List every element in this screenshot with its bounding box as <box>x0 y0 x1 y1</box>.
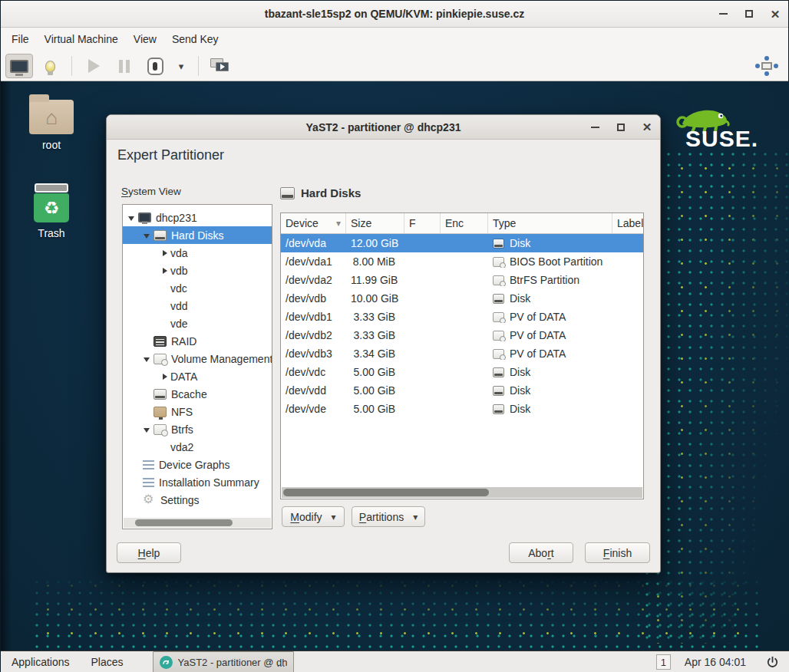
expander-closed-icon[interactable] <box>160 371 170 382</box>
tree-item-hard-disks[interactable]: Hard Disks <box>123 226 272 244</box>
disk-icon <box>154 230 167 241</box>
partition-icon <box>493 312 504 322</box>
shutdown-button[interactable] <box>141 54 169 78</box>
resize-to-vm-button[interactable] <box>753 54 781 78</box>
maximize-button[interactable] <box>608 115 634 139</box>
tree-item-installation-summary[interactable]: Installation Summary <box>123 473 272 491</box>
expander-open-icon[interactable] <box>143 424 154 435</box>
tree-item-label: DATA <box>170 371 197 383</box>
column-header-f[interactable]: F <box>404 213 441 233</box>
applications-menu[interactable]: Applications <box>1 651 81 672</box>
table-row[interactable]: /dev/vdd 5.00 GiB Disk <box>281 381 643 400</box>
scrollbar-thumb[interactable] <box>135 519 233 526</box>
expander-open-icon[interactable] <box>127 212 138 223</box>
scrollbar-thumb[interactable] <box>283 489 489 496</box>
cell-size: 5.00 GiB <box>346 384 404 397</box>
taskbar-window-button[interactable]: YaST2 - partitioner @ dhcp231 ... <box>153 651 294 672</box>
tree-item-vde[interactable]: vde <box>123 315 272 332</box>
help-button[interactable]: Help <box>117 542 181 563</box>
modify-button[interactable]: Modify ▾ <box>282 506 345 527</box>
table-row[interactable]: /dev/vda1 8.00 MiB BIOS Boot Partition <box>281 252 643 271</box>
minimize-button[interactable] <box>582 115 608 139</box>
column-header-enc[interactable]: Enc <box>441 213 488 233</box>
shutdown-menu-button[interactable]: ▾ <box>172 54 190 78</box>
tree-item-label: Settings <box>160 494 200 506</box>
cell-device: /dev/vda <box>281 237 346 249</box>
column-header-device[interactable]: Device▾ <box>281 213 346 233</box>
partition-icon <box>493 349 504 359</box>
table-row[interactable]: /dev/vdb1 3.33 GiB PV of DATA <box>281 308 643 326</box>
expander-spacer <box>143 407 154 417</box>
graphical-console-button[interactable] <box>5 54 33 78</box>
tree-item-data[interactable]: DATA <box>123 367 272 385</box>
expander-open-icon[interactable] <box>143 230 154 241</box>
menu-file[interactable]: File <box>4 28 37 51</box>
vm-display: ⌂ root ♻ Trash SUSE. YaST2 <box>1 81 789 672</box>
desktop-icon-trash[interactable]: ♻ Trash <box>22 183 81 239</box>
tree-item-device-graphs[interactable]: Device Graphs <box>123 456 272 473</box>
minimize-icon <box>591 127 599 128</box>
desktop-icon-root[interactable]: ⌂ root <box>22 94 81 151</box>
table-row[interactable]: /dev/vde 5.00 GiB Disk <box>281 400 643 418</box>
tree-item-btrfs[interactable]: Btrfs <box>123 420 272 438</box>
tree-item-volume-management[interactable]: Volume Management <box>123 350 272 367</box>
power-button[interactable] <box>766 656 779 669</box>
column-header-label[interactable]: Label <box>612 213 643 233</box>
cell-type: Disk <box>488 403 612 415</box>
resize-icon <box>755 58 778 74</box>
menu-virtual-machine[interactable]: Virtual Machine <box>37 28 126 51</box>
displays-icon <box>210 58 230 74</box>
column-header-type[interactable]: Type <box>488 213 612 233</box>
displays-button[interactable] <box>206 54 234 78</box>
tree-item-dhcp231[interactable]: dhcp231 <box>123 209 272 226</box>
table-row[interactable]: /dev/vdb 10.00 GiB Disk <box>281 289 643 308</box>
viewer-toolbar: ▾ <box>1 51 788 81</box>
close-button[interactable]: ✕ <box>634 115 660 139</box>
trash-icon: ♻ <box>33 183 70 222</box>
horizontal-scrollbar <box>124 518 271 528</box>
toolbar-separator <box>198 56 199 76</box>
tree-item-vdc[interactable]: vdc <box>123 279 272 297</box>
tree-item-vdd[interactable]: vdd <box>123 297 272 315</box>
minimize-button[interactable] <box>710 1 736 27</box>
expander-spacer <box>160 318 170 329</box>
yast-titlebar[interactable]: YaST2 - partitioner @ dhcp231 ✕ <box>107 115 660 140</box>
tree-item-vda2[interactable]: vda2 <box>123 438 272 456</box>
run-button[interactable] <box>80 54 107 78</box>
expander-closed-icon[interactable] <box>160 248 170 259</box>
workspace-indicator[interactable]: 1 <box>656 654 671 670</box>
menu-send-key[interactable]: Send Key <box>164 28 226 51</box>
places-menu[interactable]: Places <box>81 651 134 672</box>
table-row[interactable]: /dev/vda 12.00 GiB Disk <box>281 234 643 252</box>
cell-type: Disk <box>488 237 612 249</box>
tree-item-vda[interactable]: vda <box>123 244 272 262</box>
system-view-label: System View <box>121 186 181 197</box>
horizontal-scrollbar <box>282 487 642 498</box>
close-button[interactable]: ✕ <box>762 1 788 27</box>
maximize-button[interactable] <box>736 1 762 27</box>
suse-logo: SUSE. <box>673 104 765 160</box>
maximize-icon <box>745 10 753 18</box>
taskbar: Applications Places YaST2 - partitioner … <box>1 651 789 672</box>
tree-item-nfs[interactable]: NFS <box>123 403 272 420</box>
tree-item-vdb[interactable]: vdb <box>123 262 272 279</box>
pause-button[interactable] <box>111 54 138 78</box>
abort-button[interactable]: Abort <box>509 542 573 563</box>
column-header-size[interactable]: Size <box>346 213 404 233</box>
tree-item-settings[interactable]: Settings <box>123 491 272 509</box>
finish-button[interactable]: Finish <box>585 542 650 563</box>
expander-closed-icon[interactable] <box>160 265 170 276</box>
table-row[interactable]: /dev/vdb2 3.33 GiB PV of DATA <box>281 326 643 344</box>
table-row[interactable]: /dev/vdc 5.00 GiB Disk <box>281 363 643 381</box>
tree-item-bcache[interactable]: Bcache <box>123 385 272 403</box>
table-row[interactable]: /dev/vda2 11.99 GiB BtrFS Partition <box>281 271 643 289</box>
desktop-icon-label: root <box>22 139 81 151</box>
partitions-button[interactable]: Partitions ▾ <box>352 506 425 527</box>
expander-open-icon[interactable] <box>143 354 154 364</box>
menu-view[interactable]: View <box>126 28 164 51</box>
clock[interactable]: Apr 16 04:01 <box>685 656 746 668</box>
hardware-details-button[interactable] <box>36 54 64 78</box>
tree-item-label: RAID <box>171 335 196 348</box>
tree-item-raid[interactable]: RAID <box>123 332 272 350</box>
table-row[interactable]: /dev/vdb3 3.34 GiB PV of DATA <box>281 344 643 363</box>
